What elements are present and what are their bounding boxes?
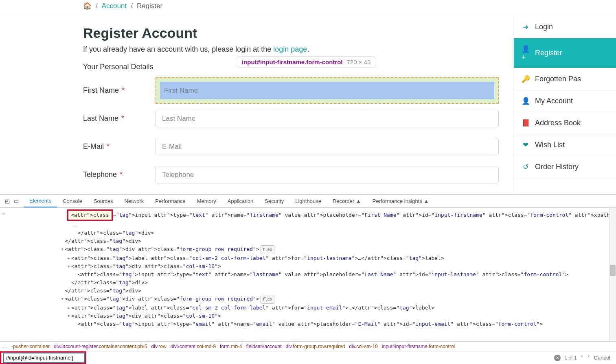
breadcrumb-sep: / <box>96 2 98 10</box>
section-title: Your Personal Details <box>83 63 153 71</box>
breadcrumb-home[interactable]: 🏠 <box>83 2 92 10</box>
sidebar-icon: 📕 <box>522 119 529 127</box>
code-line[interactable]: ▾<attr">class="tag">div attr">class="for… <box>10 295 616 304</box>
crumb[interactable]: div.form-group.row.required <box>286 344 345 349</box>
sidebar-item-register[interactable]: 👤+Register <box>514 38 616 68</box>
lastname-input[interactable] <box>156 110 499 127</box>
sidebar: ➜Login👤+Register🔑Forgotten Pas👤My Accoun… <box>513 16 616 194</box>
login-page-link[interactable]: login page <box>273 45 307 53</box>
sidebar-item-label: My Account <box>535 97 573 105</box>
devtools-tab-memory[interactable]: Memory <box>191 195 222 207</box>
sidebar-icon: ❤ <box>522 141 529 149</box>
code-line[interactable]: ▾<attr">class="tag">div attr">class="col… <box>10 312 616 320</box>
devtools-tab-application[interactable]: Application <box>222 195 259 207</box>
inspect-highlight: First Name <box>156 77 499 104</box>
code-line[interactable]: ▾<attr">class="tag">div attr">class="for… <box>10 245 616 254</box>
sidebar-item-label: Forgotten Pas <box>535 75 581 83</box>
code-line[interactable]: </attr">class="tag">div> <box>10 229 616 237</box>
code-line[interactable]: <attr">class="tag">input attr">type="ema… <box>10 320 616 328</box>
devtools-tab-recorder[interactable]: Recorder ▲ <box>327 195 367 207</box>
devtools-tab-network[interactable]: Network <box>119 195 150 207</box>
next-icon[interactable]: ˅ <box>588 355 590 360</box>
devtools-tab-security[interactable]: Security <box>259 195 289 207</box>
clear-icon[interactable]: ✕ <box>554 355 561 361</box>
form-row-firstname: First Name * First Name <box>83 82 499 99</box>
code-line[interactable]: <attr">class="tag">input attr">type="tex… <box>10 270 616 279</box>
devtools-elements[interactable]: ⋯ <attr">class="tag">input attr">type="t… <box>0 208 616 341</box>
sidebar-item-address-book[interactable]: 📕Address Book <box>514 112 616 134</box>
devtools-breadcrumb[interactable]: …-pusher-containerdiv#account-register.c… <box>0 341 616 351</box>
sidebar-icon: 👤 <box>522 97 529 105</box>
sidebar-icon: 👤+ <box>522 45 529 61</box>
devtools-tab-console[interactable]: Console <box>57 195 88 207</box>
sidebar-icon: ↺ <box>522 163 529 171</box>
sidebar-item-label: Wish List <box>535 141 565 149</box>
sidebar-item-label: Order History <box>535 163 579 171</box>
sidebar-item-forgotten-pas[interactable]: 🔑Forgotten Pas <box>514 68 616 90</box>
sidebar-item-my-account[interactable]: 👤My Account <box>514 90 616 112</box>
devtools-search-bar: ✕ 1 of 1 ˄ ˅ Cancel <box>0 351 616 364</box>
code-line[interactable]: ▸<attr">class="tag">label attr">class="c… <box>10 254 616 262</box>
code-line[interactable]: ▸<attr">class="tag">label attr">class="c… <box>10 304 616 312</box>
devtools-tab-elements[interactable]: Elements <box>24 195 57 207</box>
crumb[interactable]: input#input-firstname.form-control <box>382 344 455 349</box>
sidebar-item-login[interactable]: ➜Login <box>514 16 616 38</box>
devtools-tab-sources[interactable]: Sources <box>88 195 119 207</box>
telephone-input[interactable] <box>156 166 499 183</box>
sidebar-icon: ➜ <box>522 23 529 31</box>
code-line[interactable]: </attr">class="tag">div> <box>10 237 616 245</box>
sidebar-item-label: Address Book <box>535 119 581 127</box>
breadcrumb-sep: / <box>131 2 133 10</box>
crumb[interactable]: fieldset#account <box>246 344 282 349</box>
inspect-icon[interactable]: ◰ <box>5 198 10 204</box>
page-title: Register Account <box>83 25 499 41</box>
email-input[interactable] <box>156 138 499 155</box>
devtools-tab-performance[interactable]: Performance <box>149 195 191 207</box>
sidebar-item-wish-list[interactable]: ❤Wish List <box>514 134 616 156</box>
form-row-lastname: Last Name * <box>83 110 499 127</box>
devtools-tab-performance[interactable]: Performance insights ▲ <box>367 195 435 207</box>
breadcrumb: 🏠 / Account / Register <box>0 0 616 16</box>
device-icon[interactable]: ▭ <box>14 198 19 204</box>
prev-icon[interactable]: ˄ <box>581 355 583 360</box>
crumb[interactable]: div.col-sm-10 <box>349 344 377 349</box>
form-row-telephone: Telephone * <box>83 166 499 183</box>
sidebar-item-order-history[interactable]: ↺Order History <box>514 156 616 178</box>
sidebar-icon: 🔑 <box>522 75 529 83</box>
sidebar-item-label: Register <box>535 49 562 57</box>
breadcrumb-account[interactable]: Account <box>102 2 127 10</box>
code-line[interactable]: </attr">class="tag">div> <box>10 287 616 295</box>
crumb[interactable]: div.row <box>151 344 167 349</box>
intro-text: If you already have an account with us, … <box>83 45 499 54</box>
crumb[interactable]: form.mb-4 <box>220 344 242 349</box>
crumb[interactable]: div#account-register.container.content.p… <box>54 344 147 349</box>
crumb[interactable]: div#content.col-md-9 <box>171 344 216 349</box>
firstname-input[interactable]: First Name <box>160 82 494 99</box>
inspector-tooltip: input#input-firstname.form-control 720 ×… <box>237 56 375 68</box>
email-label: E-Mail * <box>83 142 156 151</box>
sidebar-item-label: Login <box>535 23 553 31</box>
highlighted-element-line[interactable]: <attr">class="tag">input attr">type="tex… <box>10 209 616 221</box>
devtools-tab-lighthouse[interactable]: Lighthouse <box>289 195 327 207</box>
lastname-label: Last Name * <box>83 114 156 123</box>
devtools-tabs: ◰ ▭ ElementsConsoleSourcesNetworkPerform… <box>0 195 616 208</box>
scrollbar[interactable] <box>609 208 616 341</box>
code-line[interactable]: ▾<attr">class="tag">div attr">class="col… <box>10 262 616 270</box>
overflow-icon[interactable]: ⋯ <box>2 209 5 218</box>
cancel-button[interactable]: Cancel <box>594 355 610 361</box>
search-count: 1 of 1 <box>565 355 577 361</box>
devtools-panel: ◰ ▭ ElementsConsoleSourcesNetworkPerform… <box>0 194 616 364</box>
telephone-label: Telephone * <box>83 170 156 179</box>
search-input[interactable] <box>3 353 85 363</box>
form-row-email: E-Mail * <box>83 138 499 155</box>
code-line[interactable]: </attr">class="tag">div> <box>10 279 616 287</box>
firstname-label: First Name * <box>83 86 156 95</box>
breadcrumb-current: Register <box>137 2 162 10</box>
